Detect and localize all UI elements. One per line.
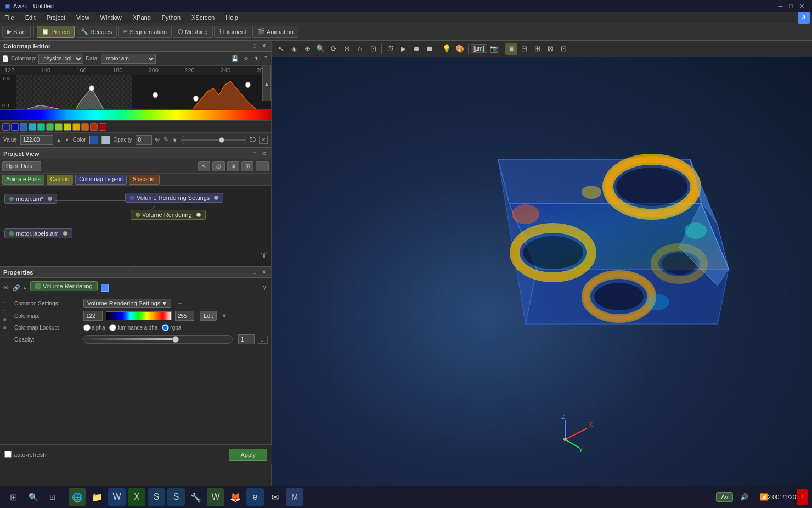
vp-lights-btn[interactable]: 💡 xyxy=(441,43,453,55)
project-view-cursor-btn[interactable]: ↖ xyxy=(198,161,210,171)
opacity-handle[interactable] xyxy=(219,137,224,143)
project-view-more-btn[interactable]: ⋯ xyxy=(256,161,269,171)
properties-expand-btn[interactable]: □ xyxy=(251,269,258,276)
apply-button[interactable]: Apply xyxy=(229,449,267,461)
maximize-btn[interactable]: □ xyxy=(786,3,796,9)
module-color-box[interactable] xyxy=(101,284,109,292)
taskbar-chrome[interactable]: 🌐 xyxy=(69,488,86,506)
module-expand-icon[interactable]: ▸ xyxy=(24,284,27,292)
value-input[interactable] xyxy=(20,135,53,145)
colormap-edit-dropdown[interactable]: ▼ xyxy=(221,312,227,319)
color-stop-7[interactable] xyxy=(64,123,71,131)
vp-cam-btn[interactable]: ⊛ xyxy=(341,43,353,55)
vp-select-btn[interactable]: ◈ xyxy=(288,43,300,55)
vp-clock-btn[interactable]: ⏱ xyxy=(384,43,396,55)
animate-ports-btn[interactable]: Animate Ports xyxy=(2,175,44,185)
colormap-edit-btn[interactable]: Edit xyxy=(200,311,217,321)
vp-cursor-btn[interactable]: ↖ xyxy=(275,43,287,55)
color-stop-3[interactable] xyxy=(29,123,36,131)
project-view-select-btn[interactable]: ◎ xyxy=(212,161,225,171)
opacity-more-btn[interactable]: ... xyxy=(258,336,268,344)
colormap-legend-btn[interactable]: Colormap Legend xyxy=(75,175,127,185)
animation-button[interactable]: 🎬 Animation xyxy=(252,26,298,38)
expand-icon-4[interactable]: ≡ xyxy=(3,325,12,331)
colormap-upload-btn[interactable]: ⬆ xyxy=(252,55,260,62)
vp-home-btn[interactable]: ⌂ xyxy=(354,43,366,55)
vp-record-btn[interactable]: ⏺ xyxy=(410,43,422,55)
segmentation-button[interactable]: ✂ Segmentation xyxy=(118,26,172,38)
project-view-layout-btn[interactable]: ⊞ xyxy=(241,161,253,171)
menu-xpand[interactable]: XPand xyxy=(131,13,153,22)
opacity-bar[interactable] xyxy=(181,136,246,144)
project-view-close-btn[interactable]: ✕ xyxy=(260,150,268,157)
taskbar-search[interactable]: 🔍 xyxy=(24,488,42,506)
start-button[interactable]: ▶ Start xyxy=(2,26,31,38)
taskbar-word[interactable]: W xyxy=(108,488,126,506)
radio-alpha[interactable]: alpha xyxy=(83,324,105,331)
vp-animate-btn[interactable]: ▶ xyxy=(397,43,409,55)
menu-xscreen[interactable]: XScreen xyxy=(189,13,217,22)
module-eye-icon[interactable]: 👁 xyxy=(3,284,9,291)
recipes-button[interactable]: 🔧 Recipes xyxy=(76,26,117,38)
settings-arrow-icon[interactable]: → xyxy=(177,300,183,306)
vp-refresh-btn[interactable]: ⟳ xyxy=(328,43,340,55)
value-spinner-up[interactable]: ▲ xyxy=(57,137,61,143)
taskbar-firefox[interactable]: 🦊 xyxy=(227,488,244,506)
vp-layout-btn[interactable]: ⊡ xyxy=(558,43,570,55)
properties-help-btn[interactable]: ? xyxy=(261,284,268,292)
opacity-value-input[interactable] xyxy=(238,334,255,344)
tray-icon-1[interactable]: 🔊 xyxy=(735,488,753,506)
expand-icon-3[interactable]: ≡ xyxy=(3,316,12,322)
colormap-close-btn[interactable]: ✕ xyxy=(260,42,268,49)
vp-zoom-btn[interactable]: 🔍 xyxy=(314,43,326,55)
node-motor-labels[interactable]: motor.labels.am xyxy=(4,228,72,238)
vp-quad-btn[interactable]: ⊠ xyxy=(545,43,557,55)
snapshot-btn[interactable]: Snapshot xyxy=(129,175,160,185)
settings-link[interactable]: Volume Rendering Settings ▼ xyxy=(83,299,171,308)
taskbar-avizo-icon[interactable]: 🔧 xyxy=(187,488,205,506)
menu-window[interactable]: Window xyxy=(98,13,124,22)
node-volume-rendering-settings[interactable]: Volume Rendering Settings xyxy=(125,193,223,203)
vp-h-split-btn[interactable]: ⊟ xyxy=(518,43,531,55)
auto-refresh-checkbox[interactable] xyxy=(4,451,12,458)
taskbar-avizo-active[interactable]: Av xyxy=(716,492,733,502)
radio-luminance[interactable]: luminance alpha xyxy=(109,324,157,331)
vp-single-view-btn[interactable]: ▣ xyxy=(505,43,517,55)
opacity-dropdown-btn[interactable]: ▼ xyxy=(172,137,178,143)
colormap-gradient-bar[interactable] xyxy=(0,110,271,121)
taskbar-email[interactable]: ✉ xyxy=(266,488,284,506)
taskbar-skype2[interactable]: S xyxy=(167,488,185,506)
expand-icon-2[interactable]: ≡ xyxy=(3,308,12,314)
vp-screenshot-btn[interactable]: 📷 xyxy=(488,43,500,55)
colormap-save-btn[interactable]: 💾 xyxy=(230,55,240,62)
opacity-slider-handle[interactable] xyxy=(172,336,179,343)
colormap-expand-btn[interactable]: □ xyxy=(251,42,258,49)
data-select[interactable]: motor.am xyxy=(101,54,156,64)
color-swatch-dark[interactable] xyxy=(89,136,98,144)
tray-notification[interactable]: ! xyxy=(797,489,808,505)
project-button[interactable]: 📋 Project xyxy=(37,26,75,38)
delete-icon[interactable]: 🗑 xyxy=(260,250,268,259)
opacity-slider-track[interactable] xyxy=(83,335,233,344)
menu-python[interactable]: Python xyxy=(160,13,183,22)
menu-edit[interactable]: Edit xyxy=(23,13,38,22)
color-stop-9[interactable] xyxy=(81,123,89,131)
filament-button[interactable]: ⌇ Filament xyxy=(214,26,251,38)
taskbar-wechat[interactable]: W xyxy=(207,488,224,506)
opacity-input[interactable] xyxy=(136,135,152,145)
color-stop-6[interactable] xyxy=(55,123,63,131)
taskbar-excel[interactable]: X xyxy=(128,488,145,506)
vp-bg-btn[interactable]: 🎨 xyxy=(454,43,466,55)
project-view-move-btn[interactable]: ⊕ xyxy=(227,161,239,171)
color-swatch-light[interactable] xyxy=(101,136,110,144)
radio-rgba[interactable]: rgba xyxy=(162,324,181,331)
taskbar-ie[interactable]: e xyxy=(246,488,264,506)
vp-fit-btn[interactable]: ⊡ xyxy=(367,43,379,55)
taskbar-skype[interactable]: S xyxy=(148,488,165,506)
menu-project[interactable]: Project xyxy=(44,13,67,22)
expand-icon-1[interactable]: ≡ xyxy=(3,300,12,306)
node-motor-am[interactable]: motor.am* xyxy=(4,194,57,204)
opacity-close-btn[interactable]: ✕ xyxy=(259,136,268,144)
color-stop-2[interactable] xyxy=(20,123,27,131)
colormap-settings-btn[interactable]: ⚙ xyxy=(242,55,250,62)
